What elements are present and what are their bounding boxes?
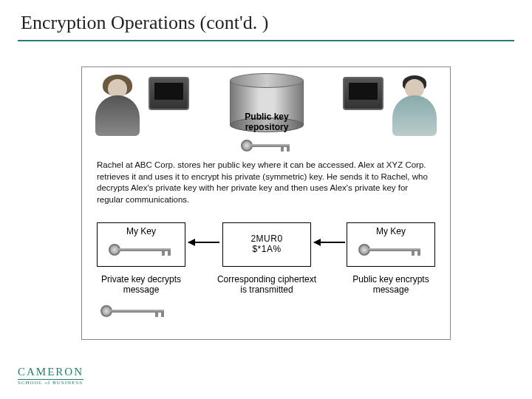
my-key-right-box: My Key <box>347 222 435 267</box>
figure-description: Rachel at ABC Corp. stores her public ke… <box>97 160 435 205</box>
encryption-figure: Public key repository Rachel at ABC Corp… <box>81 66 451 340</box>
logo-main-text: CAMERON <box>18 366 83 380</box>
logo-sub-text: SCHOOL of BUSINESS <box>18 380 83 386</box>
my-key-left-box: My Key <box>97 222 185 267</box>
monitor-icon <box>343 77 383 110</box>
repository-label: Public key repository <box>233 112 300 132</box>
ciphertext-value: 2MUR0 $*1A% <box>223 223 310 254</box>
box-label: My Key <box>98 223 185 236</box>
torso-icon <box>392 95 437 136</box>
person-rachel <box>89 73 193 140</box>
torso-icon <box>95 95 140 136</box>
arrow-left-icon <box>188 242 219 243</box>
ciphertext-box: 2MUR0 $*1A% <box>222 222 311 267</box>
person-alex <box>339 73 443 140</box>
arrow-right-icon <box>314 242 345 243</box>
box-label: My Key <box>347 223 434 236</box>
caption-mid: Corresponding ciphertext is transmitted <box>215 274 318 295</box>
title-rule <box>18 40 514 41</box>
caption-left: Private key decrypts message <box>89 274 193 295</box>
caption-right: Public key encrypts message <box>339 274 443 295</box>
private-key-icon <box>100 304 167 321</box>
key-icon <box>109 242 174 259</box>
cipher-line-2: $*1A% <box>252 244 281 254</box>
key-icon <box>358 242 423 259</box>
monitor-icon <box>149 77 189 110</box>
slide-title: Encryption Operations (cont'd. ) <box>0 0 532 40</box>
cameron-logo: CAMERON SCHOOL of BUSINESS <box>18 365 83 386</box>
repository-key-icon <box>241 138 293 153</box>
cipher-line-1: 2MUR0 <box>250 233 282 244</box>
